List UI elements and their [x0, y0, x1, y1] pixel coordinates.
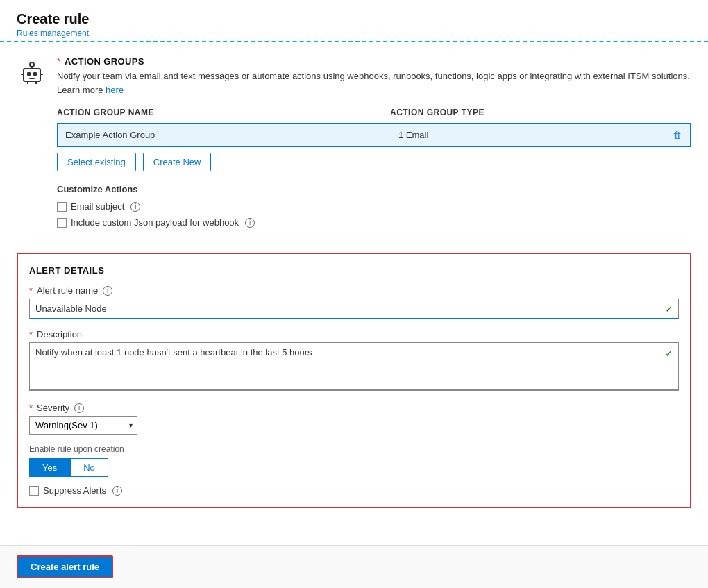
svg-rect-1: [27, 72, 31, 76]
required-star: *: [57, 56, 60, 67]
webhook-payload-checkbox[interactable]: [57, 218, 67, 228]
enable-rule-toggle: Yes No: [29, 458, 679, 477]
alert-rule-name-group: * Alert rule name i ✓: [29, 285, 679, 319]
page-header: Create rule Rules management: [0, 0, 708, 42]
alert-details-section: ALERT DETAILS * Alert rule name i ✓ * De…: [17, 253, 691, 508]
enable-rule-label: Enable rule upon creation: [29, 444, 679, 454]
breadcrumb: Rules management: [17, 28, 691, 38]
alert-rule-name-label: * Alert rule name i: [29, 285, 679, 296]
svg-rect-0: [24, 69, 40, 81]
page-title: Create rule: [17, 11, 691, 27]
learn-more-link[interactable]: here: [106, 85, 124, 95]
severity-select-wrapper: Warning(Sev 1) Critical(Sev 0) Error(Sev…: [29, 416, 137, 435]
description-textarea[interactable]: Notify when at least 1 node hasn't sent …: [29, 342, 679, 391]
alert-details-title: ALERT DETAILS: [29, 265, 679, 276]
table-headers: ACTION GROUP NAME ACTION GROUP TYPE: [57, 105, 691, 120]
delete-icon: 🗑: [673, 130, 682, 140]
svg-point-5: [30, 62, 34, 67]
svg-rect-2: [33, 72, 37, 76]
action-groups-table: ACTION GROUP NAME ACTION GROUP TYPE Exam…: [57, 105, 691, 171]
delete-action-group-button[interactable]: 🗑: [664, 124, 690, 146]
customize-actions-title: Customize Actions: [57, 184, 691, 194]
description-check-icon: ✓: [665, 348, 673, 359]
email-subject-label: Email subject: [71, 201, 124, 212]
svg-rect-3: [29, 78, 35, 79]
table-row: Example Action Group 1 Email 🗑: [57, 123, 691, 147]
alert-rule-name-info-icon[interactable]: i: [103, 286, 112, 296]
enable-rule-section: Enable rule upon creation Yes No: [29, 444, 679, 477]
page-footer: Create alert rule: [0, 545, 708, 588]
col-header-type: ACTION GROUP TYPE: [390, 105, 529, 120]
alert-rule-name-check-icon: ✓: [665, 303, 673, 314]
severity-group: * Severity i Warning(Sev 1) Critical(Sev…: [29, 403, 679, 435]
suppress-alerts-row: Suppress Alerts i: [29, 485, 679, 496]
webhook-payload-info-icon[interactable]: i: [245, 218, 255, 228]
action-groups-title: ACTION GROUPS: [65, 56, 144, 67]
email-subject-checkbox[interactable]: [57, 202, 67, 212]
webhook-payload-label: Include custom Json payload for webhook: [71, 217, 239, 228]
email-subject-info-icon[interactable]: i: [130, 202, 140, 212]
alert-rule-name-input-wrapper: ✓: [29, 299, 679, 319]
action-group-type-cell: 1 Email: [391, 124, 530, 146]
severity-info-icon[interactable]: i: [74, 403, 84, 413]
suppress-alerts-label: Suppress Alerts: [43, 485, 106, 496]
description-label: * Description: [29, 329, 679, 339]
suppress-alerts-checkbox[interactable]: [29, 486, 39, 496]
severity-label: * Severity i: [29, 403, 679, 413]
suppress-alerts-info-icon[interactable]: i: [112, 486, 122, 496]
create-new-button[interactable]: Create New: [143, 153, 212, 171]
description-group: * Description Notify when at least 1 nod…: [29, 329, 679, 393]
action-groups-description: Notify your team via email and text mess…: [57, 69, 691, 96]
email-subject-row: Email subject i: [57, 201, 691, 212]
enable-rule-yes-button[interactable]: Yes: [29, 458, 70, 477]
severity-select[interactable]: Warning(Sev 1) Critical(Sev 0) Error(Sev…: [30, 417, 137, 434]
action-group-name-cell: Example Action Group: [58, 124, 391, 146]
col-header-name: ACTION GROUP NAME: [57, 105, 390, 120]
select-existing-button[interactable]: Select existing: [57, 153, 136, 171]
action-group-buttons: Select existing Create New: [57, 153, 691, 171]
robot-icon: [17, 56, 47, 87]
create-alert-rule-button[interactable]: Create alert rule: [17, 555, 113, 578]
webhook-payload-row: Include custom Json payload for webhook …: [57, 217, 691, 228]
customize-actions-section: Customize Actions Email subject i Includ…: [57, 184, 691, 228]
action-groups-section: * ACTION GROUPS Notify your team via ema…: [17, 56, 691, 233]
alert-rule-name-input[interactable]: [29, 299, 679, 319]
description-textarea-wrapper: Notify when at least 1 node hasn't sent …: [29, 342, 679, 393]
enable-rule-no-button[interactable]: No: [70, 458, 108, 477]
